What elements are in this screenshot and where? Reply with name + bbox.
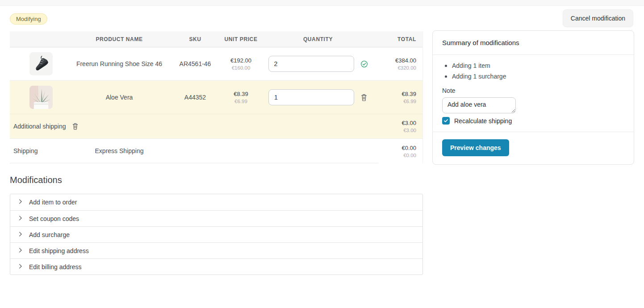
status-badge: Modifying (10, 13, 47, 25)
accordion-edit-shipping-address[interactable]: Edit shipping address (10, 242, 422, 258)
shipping-label: Shipping (10, 139, 72, 163)
summary-of-modifications-card: Summary of modifications Adding 1 item A… (432, 30, 634, 165)
line-total-gross: €384.00 (378, 57, 416, 64)
shipping-total-gross: €0.00 (378, 145, 416, 151)
accordion-edit-billing-address[interactable]: Edit billing address (10, 258, 422, 275)
chevron-right-icon (17, 215, 24, 223)
unit-price-gross: €8.39 (224, 91, 258, 97)
unit-price-gross: €192.00 (224, 57, 258, 64)
product-name: Aloe Vera (72, 94, 166, 101)
accordion-item-label: Add surcharge (29, 231, 70, 238)
quantity-input[interactable] (268, 56, 354, 72)
accordion-item-label: Edit billing address (29, 263, 82, 271)
accordion-item-label: Set coupon codes (29, 215, 79, 222)
accordion-item-label: Add item to order (29, 199, 77, 206)
recalculate-shipping-checkbox[interactable]: Recalculate shipping (442, 117, 624, 125)
column-header-product-name: PRODUCT NAME (72, 36, 166, 42)
top-bar (0, 0, 644, 6)
accordion-add-surcharge[interactable]: Add surcharge (10, 226, 422, 242)
trash-icon[interactable] (72, 123, 79, 130)
chevron-right-icon (17, 231, 24, 239)
column-header-total: TOTAL (378, 36, 423, 42)
surcharge-total-net: €3.00 (378, 128, 416, 133)
product-sku: A44352 (166, 94, 224, 101)
table-row-shipping: Shipping Express Shipping €0.00 €0.00 (10, 139, 422, 163)
product-name: Freerun Running Shoe Size 46 (72, 60, 166, 67)
chevron-right-icon (17, 247, 24, 255)
product-image-aloe (29, 86, 53, 109)
table-row-surcharge: Additional shipping €3.00 €3.00 (10, 114, 422, 139)
table-row-product-aloe: Aloe Vera A44352 €8.39 €6.99 (10, 81, 422, 114)
accordion-set-coupon-codes[interactable]: Set coupon codes (10, 210, 422, 226)
check-circle-icon (360, 60, 368, 68)
chevron-right-icon (17, 198, 24, 206)
surcharge-label: Additional shipping (13, 123, 66, 130)
column-header-unit-price: UNIT PRICE (224, 36, 258, 42)
cancel-modification-button[interactable]: Cancel modification (563, 9, 633, 27)
quantity-input[interactable] (268, 89, 354, 105)
recalculate-shipping-label: Recalculate shipping (454, 117, 512, 125)
preview-changes-button[interactable]: Preview changes (442, 139, 509, 156)
page-header: Modifying Cancel modification (10, 6, 634, 31)
summary-bullet-list: Adding 1 item Adding 1 surcharge (442, 60, 624, 82)
summary-bullet-item: Adding 1 surcharge (442, 71, 624, 82)
order-items-table: PRODUCT NAME SKU UNIT PRICE QUANTITY TOT… (10, 31, 423, 163)
note-textarea[interactable]: Add aloe vera (442, 97, 516, 113)
summary-bullet-item: Adding 1 item (442, 60, 624, 71)
line-total-gross: €8.39 (378, 91, 416, 97)
table-header-row: PRODUCT NAME SKU UNIT PRICE QUANTITY TOT… (10, 31, 422, 47)
checkmark-icon (442, 117, 450, 125)
accordion-item-label: Edit shipping address (29, 247, 89, 254)
trash-icon[interactable] (360, 94, 368, 101)
line-total-net: €320.00 (378, 65, 416, 71)
modifications-accordion: Add item to order Set coupon codes Add s… (10, 194, 423, 275)
product-image-shoe (29, 52, 53, 75)
unit-price-net: €6.99 (224, 99, 258, 104)
shipping-method: Express Shipping (72, 139, 166, 163)
line-total-net: €6.99 (378, 99, 416, 104)
modifications-title: Modifications (10, 175, 423, 185)
unit-price-net: €160.00 (224, 65, 258, 71)
surcharge-total-gross: €3.00 (378, 120, 416, 126)
sneaker-image (31, 54, 51, 74)
aloe-vera-image (29, 86, 53, 109)
accordion-add-item-to-order[interactable]: Add item to order (10, 194, 422, 210)
order-modification-page: Modifying Cancel modification PRODUCT NA… (0, 6, 644, 275)
summary-title: Summary of modifications (433, 31, 634, 55)
note-label: Note (442, 87, 624, 94)
shipping-total-net: €0.00 (378, 153, 416, 158)
table-row-product-shoe: Freerun Running Shoe Size 46 AR4561-46 €… (10, 47, 422, 81)
column-header-sku: SKU (166, 36, 224, 42)
column-header-quantity: QUANTITY (258, 36, 378, 42)
chevron-right-icon (17, 263, 24, 271)
product-sku: AR4561-46 (166, 60, 224, 67)
